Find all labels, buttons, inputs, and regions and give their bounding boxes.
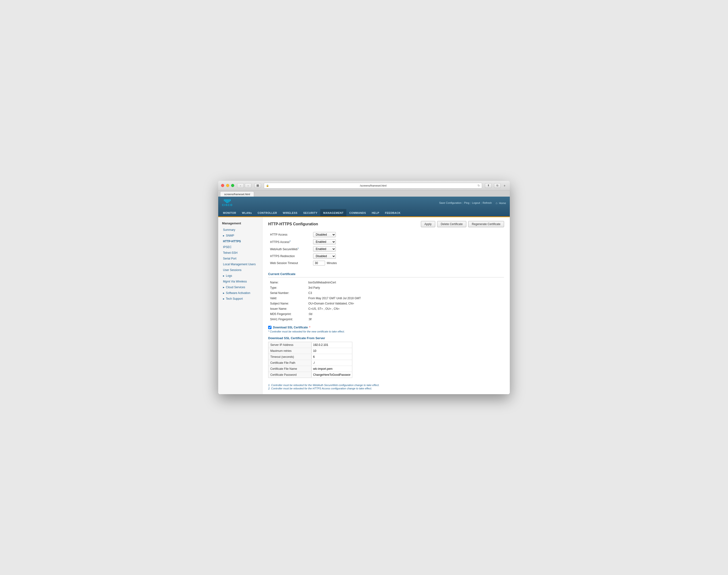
save-config-link[interactable]: Save Configuration xyxy=(439,201,462,204)
cert-info-table: Name: bsnSslWebadminCert Type: 3rd Party… xyxy=(268,280,504,322)
cert-subject-row: Subject Name: OU=Domain Control Validate… xyxy=(268,301,504,306)
logout-link[interactable]: Logout xyxy=(472,201,480,204)
view-button[interactable]: ⊞ xyxy=(254,183,261,188)
nav-help[interactable]: HELP xyxy=(369,209,382,217)
ping-link[interactable]: Ping xyxy=(464,201,469,204)
regenerate-certificate-button[interactable]: Regenerate Certificate xyxy=(468,221,504,227)
page-header: HTTP-HTTPS Configuration Apply Delete Ce… xyxy=(268,221,504,227)
https-access-label: HTTPS Access2 xyxy=(268,238,311,245)
cisco-bar-3 xyxy=(226,199,227,203)
main-content: HTTP-HTTPS Configuration Apply Delete Ce… xyxy=(262,217,510,394)
https-access-select[interactable]: Enabled Disabled xyxy=(313,239,336,244)
server-ip-input[interactable] xyxy=(312,342,352,347)
session-timeout-row: Web Session Timeout Minutes xyxy=(268,260,504,266)
session-timeout-input[interactable] xyxy=(313,261,325,266)
https-redirect-label: HTTPS Redirection xyxy=(268,252,311,260)
sidebar-item-cloud-services[interactable]: Cloud Services xyxy=(218,284,262,290)
session-timeout-label: Web Session Timeout xyxy=(268,260,311,266)
sidebar-item-user-sessions[interactable]: User Sessions xyxy=(218,267,262,273)
lock-icon: 🔒 xyxy=(266,184,269,187)
nav-feedback[interactable]: FEEDBACK xyxy=(382,209,403,217)
cert-type-value: 3rd Party xyxy=(306,285,504,291)
refresh-link[interactable]: Refresh xyxy=(482,201,492,204)
sidebar-item-ipsec[interactable]: IPSEC xyxy=(218,244,262,250)
sidebar-item-logs[interactable]: Logs xyxy=(218,273,262,279)
cert-serial-row: Serial Number: C3 xyxy=(268,291,504,296)
sidebar-item-software-activation[interactable]: Software Activation xyxy=(218,290,262,296)
nav-management[interactable]: MANAGEMENT xyxy=(320,209,346,217)
sep-2: | xyxy=(470,201,471,204)
reload-icon[interactable]: ↻ xyxy=(477,184,480,187)
sidebar-item-tech-support[interactable]: Tech Support xyxy=(218,296,262,302)
cert-name-label: Name: xyxy=(268,280,306,285)
cert-name-row: Name: bsnSslWebadminCert xyxy=(268,280,504,285)
cert-md5-row: MD5 Fingerprint: :0d xyxy=(268,311,504,317)
nav-monitor[interactable]: MONITOR xyxy=(220,209,239,217)
url-bar[interactable]: 🔒 /screens/frameset.html ↻ xyxy=(264,183,482,189)
cert-password-input[interactable] xyxy=(312,372,352,377)
browser-window: ‹ › ⊞ 🔒 /screens/frameset.html ↻ ⬆ ⧉ + s… xyxy=(218,181,510,394)
new-tab-button[interactable]: ⧉ xyxy=(494,183,501,188)
webauth-select[interactable]: Enabled Disabled xyxy=(313,246,336,251)
fullscreen-button[interactable] xyxy=(231,184,234,187)
sidebar-item-serial-port[interactable]: Serial Port xyxy=(218,256,262,262)
footnote-2: 2. Controller must be rebooted for the H… xyxy=(268,387,504,390)
cisco-logo: CISCO xyxy=(222,199,233,206)
download-ssl-link[interactable]: Download SSL Certificate xyxy=(273,326,308,329)
nav-commands[interactable]: COMMANDS xyxy=(346,209,369,217)
cert-path-input[interactable] xyxy=(312,361,352,365)
cert-issuer-row: Issuer Name: C=US, ST= , OU= , CN= xyxy=(268,306,504,311)
sidebar-item-local-mgmt-users[interactable]: Local Management Users xyxy=(218,262,262,267)
home-nav: ⌂ Home xyxy=(496,201,506,205)
cert-filename-input[interactable] xyxy=(312,366,352,371)
forward-button[interactable]: › xyxy=(245,183,251,188)
add-tab-button[interactable]: + xyxy=(502,183,507,188)
https-redirect-select[interactable]: Disabled Enabled xyxy=(313,253,336,259)
sidebar-section-title: Management xyxy=(218,220,262,227)
cert-sha1-row: SHA1 Fingerprint: :9f xyxy=(268,317,504,322)
active-tab[interactable]: screens/frameset.html xyxy=(220,191,254,197)
download-server-title: Download SSL Certificate From Server xyxy=(268,336,504,340)
cert-valid-label: Valid: xyxy=(268,296,306,301)
minimize-button[interactable] xyxy=(226,184,229,187)
http-form-table: HTTP Access Disabled Enabled HTTPS Acces… xyxy=(268,231,504,266)
sidebar-item-http-https[interactable]: HTTP-HTTPS xyxy=(218,238,262,244)
http-access-value: Disabled Enabled xyxy=(311,231,504,238)
sidebar-item-telnet-ssh[interactable]: Telnet-SSH xyxy=(218,250,262,256)
cisco-top-bar: CISCO Save Configuration | Ping | Logout… xyxy=(218,197,510,209)
cert-path-label: Certificate File Path xyxy=(268,360,312,366)
cert-sha1-label: SHA1 Fingerprint: xyxy=(268,317,306,322)
tab-bar: screens/frameset.html xyxy=(218,191,510,197)
cert-md5-label: MD5 Fingerprint: xyxy=(268,311,306,317)
timeout-input[interactable] xyxy=(312,354,352,359)
cisco-bar-4 xyxy=(227,199,228,203)
sidebar-item-summary[interactable]: Summary xyxy=(218,227,262,233)
apply-button[interactable]: Apply xyxy=(421,221,435,227)
nav-wlans[interactable]: WLANs xyxy=(239,209,255,217)
sidebar-item-mgmt-wireless[interactable]: Mgmt Via Wireless xyxy=(218,279,262,284)
https-redirect-row: HTTPS Redirection Disabled Enabled xyxy=(268,252,504,260)
home-link[interactable]: Home xyxy=(499,202,506,204)
back-button[interactable]: ‹ xyxy=(237,183,244,188)
header-buttons: Apply Delete Certificate Regenerate Cert… xyxy=(421,221,504,227)
max-retries-input[interactable] xyxy=(312,348,352,353)
http-access-row: HTTP Access Disabled Enabled xyxy=(268,231,504,238)
max-retries-label: Maximum retries xyxy=(268,348,312,354)
cert-valid-row: Valid: From May 2017 GMT Until Jul 2018 … xyxy=(268,296,504,301)
nav-controller[interactable]: CONTROLLER xyxy=(255,209,280,217)
download-ssl-checkbox[interactable] xyxy=(268,326,271,329)
https-access-value: Enabled Disabled xyxy=(311,238,504,245)
server-ip-row: Server IP Address xyxy=(268,342,352,348)
https-access-row: HTTPS Access2 Enabled Disabled xyxy=(268,238,504,245)
share-button[interactable]: ⬆ xyxy=(485,183,492,188)
delete-certificate-button[interactable]: Delete Certificate xyxy=(437,221,466,227)
nav-wireless[interactable]: WIRELESS xyxy=(280,209,300,217)
webauth-row: WebAuth SecureWeb1 Enabled Disabled xyxy=(268,245,504,252)
cisco-text: CISCO xyxy=(222,204,233,206)
close-button[interactable] xyxy=(221,184,224,187)
current-cert-section-title: Current Certificate xyxy=(268,270,504,277)
nav-security[interactable]: SECURITY xyxy=(300,209,321,217)
sidebar-item-snmp[interactable]: SNMP xyxy=(218,233,262,238)
http-access-select[interactable]: Disabled Enabled xyxy=(313,232,336,237)
cisco-top-actions: Save Configuration | Ping | Logout | Ref… xyxy=(439,201,506,205)
